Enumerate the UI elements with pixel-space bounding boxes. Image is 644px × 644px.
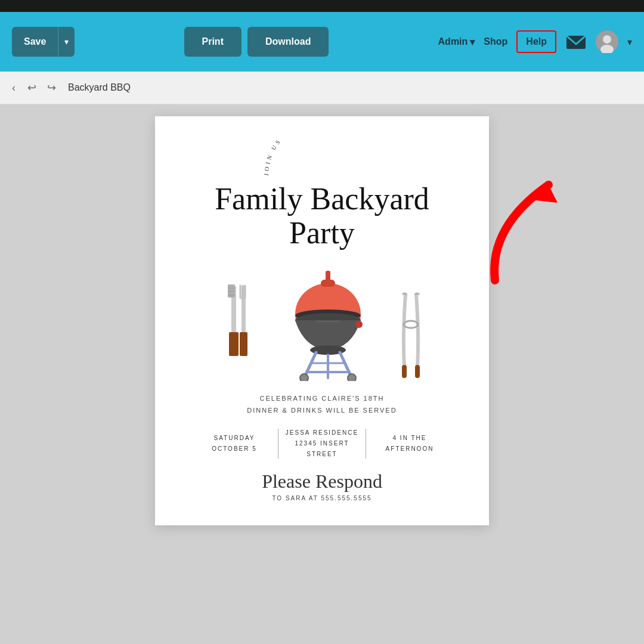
save-button[interactable]: Save: [12, 27, 58, 57]
svg-rect-13: [240, 332, 247, 356]
print-button[interactable]: Print: [184, 27, 242, 57]
svg-rect-20: [326, 271, 330, 284]
card-details-row: SATURDAY OCTOBER 5 JESSA RESIDENCE 12345…: [185, 428, 459, 460]
detail-date: SATURDAY OCTOBER 5: [191, 433, 278, 454]
main-toolbar: Save ▾ Print Download Admin ▾ Shop Help …: [0, 12, 644, 72]
toolbar-right: Admin ▾ Shop Help ▾: [438, 30, 632, 53]
detail-time: 4 IN THE AFTERNOON: [366, 433, 453, 454]
card-illustration: [185, 262, 459, 381]
canvas-area: JOIN US FOR OUR Family Backyard Party: [0, 104, 644, 644]
invitation-card: JOIN US FOR OUR Family Backyard Party: [155, 116, 489, 525]
user-dropdown-arrow[interactable]: ▾: [627, 36, 632, 48]
bbq-grill-icon: [280, 262, 376, 381]
svg-marker-4: [531, 185, 558, 203]
celebrating-text: CELEBRATING CLAIRE'S 18TH DINNER & DRINK…: [185, 393, 459, 417]
svg-point-28: [300, 374, 308, 381]
svg-point-32: [404, 321, 418, 328]
detail-location: JESSA RESIDENCE 12345 INSERT STREET: [278, 428, 366, 460]
secondary-toolbar: ‹ ↩ ↪ Backyard BBQ: [0, 72, 644, 104]
card-main-title: Family Backyard Party: [185, 182, 459, 250]
tongs-right-icon: [394, 289, 429, 381]
svg-point-2: [603, 35, 611, 44]
download-button[interactable]: Download: [247, 27, 329, 57]
mail-icon[interactable]: [565, 31, 587, 52]
respond-script-text: Please Respond: [185, 470, 459, 493]
arc-text-svg: JOIN US FOR OUR: [262, 140, 382, 182]
toolbar-center: Print Download: [80, 27, 432, 57]
document-title: Backyard BBQ: [68, 82, 131, 93]
svg-point-29: [348, 374, 356, 381]
help-button[interactable]: Help: [516, 30, 556, 53]
redo-button[interactable]: ↪: [44, 78, 59, 97]
svg-rect-7: [229, 332, 239, 356]
svg-point-30: [355, 321, 363, 328]
save-dropdown-button[interactable]: ▾: [58, 27, 75, 57]
svg-rect-33: [402, 365, 407, 378]
user-avatar[interactable]: [596, 30, 618, 53]
arrow-annotation: [471, 167, 590, 286]
svg-rect-8: [228, 284, 235, 298]
toolbar-left: Save ▾: [12, 27, 75, 57]
respond-sub-text: TO SARA AT 555.555.5555: [185, 495, 459, 501]
svg-text:JOIN US FOR OUR: JOIN US FOR OUR: [263, 140, 323, 176]
svg-rect-34: [415, 365, 420, 378]
undo-button[interactable]: ↩: [24, 78, 39, 97]
undo-redo-group: ↩ ↪: [24, 78, 59, 97]
admin-nav-link[interactable]: Admin ▾: [438, 36, 475, 48]
back-arrow-button[interactable]: ‹: [9, 79, 18, 97]
top-black-bar: [0, 0, 644, 12]
shop-nav-link[interactable]: Shop: [484, 36, 507, 47]
utensils-left-icon: [215, 280, 262, 381]
